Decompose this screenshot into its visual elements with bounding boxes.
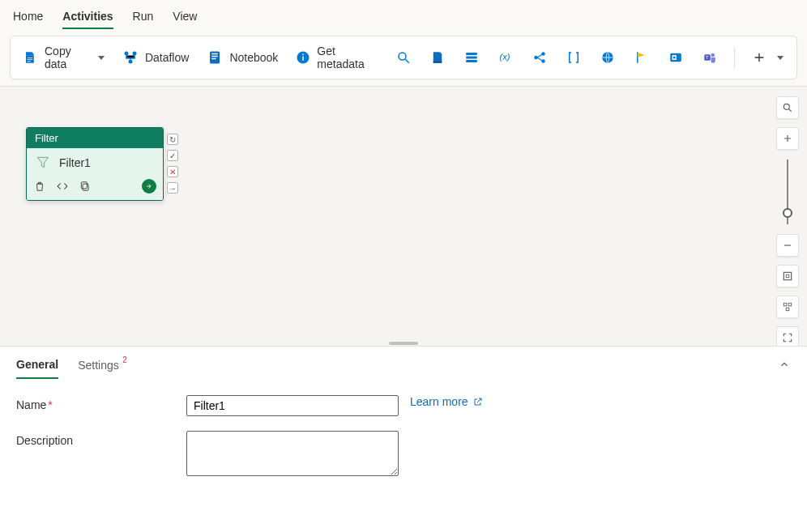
activity-output-markers: ↻ ✓ ✕ → (167, 134, 178, 194)
description-label: Description (16, 431, 186, 447)
activity-body: Filter1 (27, 148, 163, 176)
set-variable-button[interactable]: (x) (491, 46, 520, 69)
svg-text:T: T (706, 55, 709, 60)
tab-view[interactable]: View (173, 6, 197, 29)
panel-tab-settings-label: Settings (78, 359, 119, 372)
svg-rect-13 (466, 57, 477, 59)
outlook-icon (668, 49, 684, 66)
svg-rect-8 (303, 57, 305, 61)
dataflow-button[interactable]: Dataflow (116, 46, 195, 69)
zoom-slider[interactable] (787, 160, 788, 224)
settings-error-badge: 2 (122, 355, 127, 364)
svg-rect-31 (786, 275, 789, 278)
svg-point-22 (673, 57, 676, 59)
svg-rect-26 (83, 184, 88, 190)
svg-point-25 (711, 53, 715, 57)
filter-icon (35, 155, 51, 171)
flag-icon (634, 49, 650, 66)
form-row-name: Name* Learn more (16, 395, 791, 416)
svg-point-10 (399, 53, 406, 60)
output-completion-marker[interactable]: ↻ (167, 134, 178, 145)
delete-activity-button[interactable] (33, 180, 46, 193)
nodes-icon (532, 49, 548, 66)
office-365-button[interactable] (661, 46, 690, 69)
svg-line-11 (405, 59, 409, 63)
activities-toolbar: Copy data Dataflow Notebook Get metadata… (10, 36, 797, 79)
search-icon (395, 49, 412, 66)
view-code-button[interactable] (56, 180, 69, 193)
append-variable-button[interactable] (559, 46, 588, 69)
panel-splitter[interactable] (0, 341, 807, 346)
tab-home[interactable]: Home (13, 6, 43, 29)
auto-align-button[interactable] (776, 296, 799, 318)
learn-more-link[interactable]: Learn more (410, 395, 483, 408)
web-button[interactable] (593, 46, 622, 69)
plus-icon (751, 49, 767, 66)
bracket-icon (566, 49, 582, 66)
variable-icon: (x) (497, 49, 514, 66)
svg-rect-32 (784, 303, 787, 306)
pipeline-canvas[interactable]: Filter Filter1 ↻ ✓ ✕ → (0, 86, 807, 346)
collapse-panel-button[interactable] (775, 355, 794, 374)
activity-type-label: Filter (27, 128, 163, 148)
zoom-out-button[interactable] (776, 234, 799, 257)
tab-run[interactable]: Run (133, 6, 154, 29)
notebook-label: Notebook (229, 51, 278, 64)
run-activity-button[interactable] (142, 179, 156, 194)
zoom-controls (776, 96, 799, 346)
zoom-in-button[interactable] (776, 127, 799, 150)
description-textarea[interactable] (186, 431, 399, 476)
script-button[interactable] (423, 46, 452, 69)
svg-line-29 (789, 109, 792, 112)
svg-point-28 (784, 104, 789, 109)
svg-rect-27 (81, 182, 87, 189)
name-input[interactable] (186, 395, 399, 416)
output-skip-marker[interactable]: → (167, 182, 178, 194)
script-icon (429, 49, 446, 66)
activity-footer (27, 176, 163, 200)
svg-point-0 (124, 52, 128, 56)
panel-tab-general[interactable]: General (16, 358, 58, 379)
rows-icon (463, 49, 480, 66)
svg-point-17 (541, 52, 545, 56)
ribbon-tabs: Home Activities Run View (0, 0, 807, 29)
properties-panel: General Settings 2 Name* Learn more Desc… (0, 346, 807, 532)
notebook-icon (207, 49, 223, 66)
form-row-description: Description (16, 431, 791, 476)
notebook-button[interactable]: Notebook (200, 46, 284, 69)
get-metadata-button[interactable]: Get metadata (289, 41, 384, 74)
globe-icon (600, 49, 616, 66)
name-label: Name* (16, 395, 186, 411)
canvas-search-button[interactable] (776, 96, 799, 119)
tab-activities[interactable]: Activities (62, 6, 113, 29)
clone-activity-button[interactable] (79, 180, 92, 193)
zoom-fit-button[interactable] (776, 265, 799, 287)
panel-tab-settings[interactable]: Settings 2 (78, 359, 119, 378)
svg-rect-6 (212, 58, 216, 60)
svg-point-18 (541, 59, 545, 63)
get-metadata-label: Get metadata (317, 45, 378, 70)
svg-rect-30 (784, 272, 791, 279)
svg-point-1 (132, 52, 136, 56)
zoom-slider-thumb[interactable] (783, 208, 792, 218)
toolbar-separator (734, 47, 735, 68)
output-success-marker[interactable]: ✓ (167, 150, 178, 161)
activity-name-label: Filter1 (59, 156, 91, 169)
svg-point-2 (128, 60, 132, 64)
required-asterisk: * (48, 398, 52, 411)
azure-function-button[interactable] (525, 46, 554, 69)
svg-text:(x): (x) (500, 52, 510, 62)
activity-card-filter[interactable]: Filter Filter1 (26, 127, 164, 201)
panel-body-general: Name* Learn more Description (0, 379, 807, 499)
teams-button[interactable]: T (695, 46, 724, 69)
panel-tabs: General Settings 2 (0, 347, 807, 379)
output-failure-marker[interactable]: ✕ (167, 166, 178, 177)
lookup-button[interactable] (389, 46, 418, 69)
add-activity-button[interactable] (745, 46, 790, 69)
svg-rect-14 (466, 60, 477, 62)
stored-procedure-button[interactable] (457, 46, 486, 69)
copy-data-button[interactable]: Copy data (17, 41, 111, 74)
webhook-button[interactable] (627, 46, 656, 69)
copy-data-label: Copy data (45, 45, 88, 70)
svg-rect-4 (212, 53, 219, 55)
